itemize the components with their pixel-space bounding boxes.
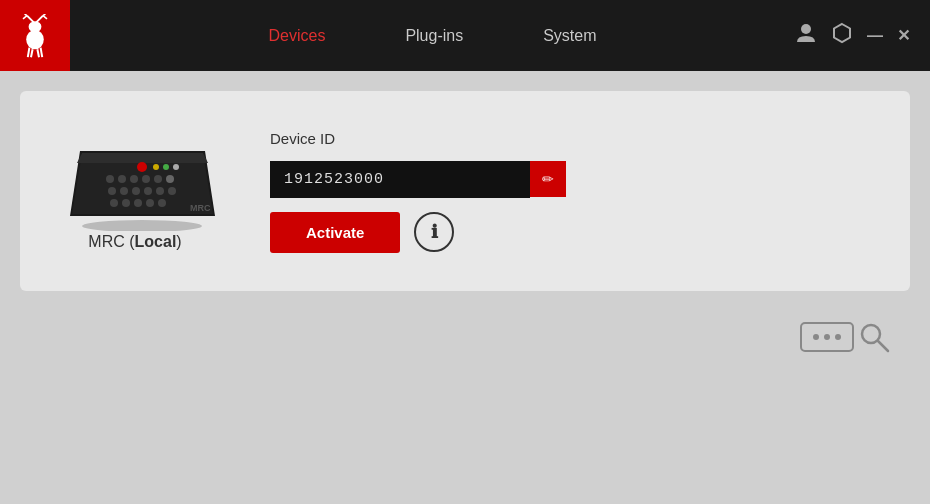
svg-marker-13 [834,24,850,42]
svg-point-18 [130,175,138,183]
svg-line-10 [37,49,39,57]
nav-system[interactable]: System [543,27,596,45]
main-content: MRC MRC (Local) Device ID ✏ [0,71,930,504]
search-device-area [800,321,890,353]
action-row: Activate ℹ [270,212,566,253]
svg-point-35 [163,164,169,170]
svg-point-25 [144,187,152,195]
search-icon [858,321,890,353]
svg-point-28 [110,199,118,207]
svg-point-22 [108,187,116,195]
svg-point-15 [137,162,147,172]
titlebar: Devices Plug-ins System — ✕ [0,0,930,71]
svg-line-11 [41,47,43,57]
svg-point-29 [122,199,130,207]
nav-plugins[interactable]: Plug-ins [405,27,463,45]
svg-point-23 [120,187,128,195]
mrc-svg: MRC [60,131,225,231]
settings-icon[interactable] [831,22,853,49]
device-id-row: ✏ [270,161,566,198]
svg-point-36 [173,164,179,170]
svg-point-40 [835,334,841,340]
device-card: MRC MRC (Local) Device ID ✏ [20,91,910,291]
info-button[interactable]: ℹ [414,212,454,252]
svg-point-39 [824,334,830,340]
svg-point-30 [134,199,142,207]
svg-point-20 [154,175,162,183]
device-visual: MRC MRC (Local) [60,131,210,251]
device-id-label: Device ID [270,130,566,147]
svg-point-21 [166,175,174,183]
svg-line-42 [878,341,888,351]
nav-area: Devices Plug-ins System [70,27,795,45]
svg-point-26 [156,187,164,195]
svg-point-16 [106,175,114,183]
svg-point-17 [118,175,126,183]
device-name-label: MRC (Local) [88,233,181,251]
svg-point-34 [153,164,159,170]
svg-point-24 [132,187,140,195]
svg-line-8 [28,47,30,57]
user-icon[interactable] [795,22,817,49]
pencil-icon: ✏ [542,171,554,187]
logo-icon [15,14,55,58]
svg-point-12 [801,24,811,34]
close-button[interactable]: ✕ [897,26,910,45]
device-info-panel: Device ID ✏ Activate ℹ [270,130,566,253]
svg-point-14 [82,220,202,231]
nav-devices[interactable]: Devices [268,27,325,45]
minimize-button[interactable]: — [867,27,883,45]
svg-point-7 [26,30,44,49]
bottom-area [20,311,910,363]
svg-point-19 [142,175,150,183]
logo-area [0,0,70,71]
svg-line-9 [31,49,33,57]
keyboard-icon [800,322,854,352]
svg-line-5 [43,14,45,16]
info-icon: ℹ [431,221,438,243]
edit-device-id-button[interactable]: ✏ [530,161,566,197]
titlebar-controls: — ✕ [795,22,930,49]
device-id-input[interactable] [270,161,530,198]
svg-text:MRC: MRC [190,203,211,213]
svg-line-2 [25,14,27,16]
svg-point-27 [168,187,176,195]
mrc-device-image: MRC [60,131,210,221]
activate-button[interactable]: Activate [270,212,400,253]
svg-point-38 [813,334,819,340]
svg-point-32 [158,199,166,207]
svg-point-31 [146,199,154,207]
